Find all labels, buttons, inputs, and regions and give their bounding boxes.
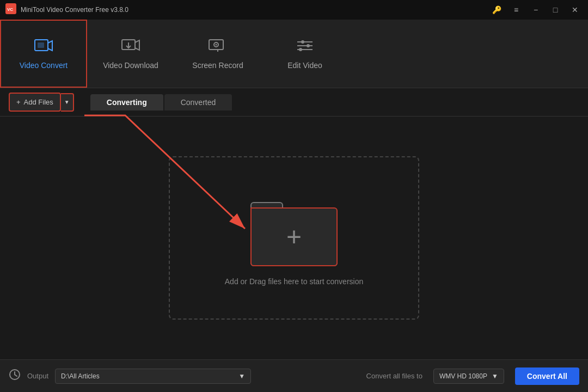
edit-video-icon — [295, 38, 315, 57]
nav-video-convert[interactable]: Video Convert — [0, 20, 87, 88]
svg-line-21 — [15, 375, 17, 376]
nav-screen-record[interactable]: Screen Record — [174, 20, 261, 88]
add-files-label: Add Files — [24, 98, 53, 106]
tab-converted[interactable]: Converted — [164, 94, 232, 111]
main-content: + Add or Drag files here to start conver… — [0, 117, 588, 359]
folder-icon-container: + — [245, 190, 343, 266]
nav-edit-video[interactable]: Edit Video — [261, 20, 348, 88]
minimize-button[interactable]: − — [528, 2, 543, 17]
key-button[interactable]: 🔑 — [489, 2, 504, 17]
key-icon: 🔑 — [492, 5, 501, 14]
add-files-button[interactable]: + Add Files — [9, 93, 61, 112]
menu-icon: ≡ — [514, 5, 518, 14]
tabs-container: Converting Converted — [90, 94, 232, 111]
add-files-plus-icon: + — [16, 98, 21, 106]
file-drop-zone[interactable]: + Add or Drag files here to start conver… — [169, 156, 419, 320]
close-button[interactable]: ✕ — [567, 2, 583, 17]
video-download-icon — [121, 38, 140, 57]
nav-video-download-label: Video Download — [103, 61, 158, 70]
bottombar: Output D:\All Articles ▼ Convert all fil… — [0, 359, 588, 392]
toolbar: + Add Files ▼ Converting Converted — [0, 88, 588, 117]
navbar: Video Convert Video Download Screen Reco… — [0, 20, 588, 88]
menu-button[interactable]: ≡ — [509, 2, 524, 17]
close-icon: ✕ — [572, 5, 578, 14]
format-dropdown-icon: ▼ — [492, 372, 498, 380]
nav-screen-record-label: Screen Record — [192, 61, 243, 70]
convert-all-button[interactable]: Convert All — [515, 367, 579, 385]
screen-record-icon — [208, 38, 228, 57]
app-title: MiniTool Video Converter Free v3.8.0 — [21, 6, 485, 14]
clock-icon — [9, 369, 21, 383]
svg-point-15 — [301, 40, 304, 44]
output-path-selector[interactable]: D:\All Articles ▼ — [55, 369, 251, 384]
dropdown-arrow-icon: ▼ — [64, 99, 70, 105]
output-path-dropdown-icon: ▼ — [238, 372, 245, 380]
maximize-icon: □ — [553, 5, 558, 14]
output-label: Output — [27, 372, 48, 380]
svg-point-16 — [307, 44, 310, 47]
folder-front: + — [250, 207, 338, 266]
format-selector[interactable]: WMV HD 1080P ▼ — [433, 369, 504, 384]
maximize-button[interactable]: □ — [548, 2, 563, 17]
nav-edit-video-label: Edit Video — [287, 61, 322, 70]
titlebar: VC MiniTool Video Converter Free v3.8.0 … — [0, 0, 588, 20]
output-path-text: D:\All Articles — [61, 372, 100, 380]
nav-video-download[interactable]: Video Download — [87, 20, 174, 88]
convert-all-to-label: Convert all files to — [366, 372, 422, 380]
svg-point-11 — [216, 44, 217, 46]
video-convert-icon — [34, 38, 53, 57]
svg-point-17 — [299, 48, 302, 51]
format-label: WMV HD 1080P — [439, 372, 487, 380]
folder-plus-icon: + — [286, 224, 302, 250]
tab-converting[interactable]: Converting — [90, 94, 163, 111]
nav-video-convert-label: Video Convert — [20, 61, 68, 70]
add-files-dropdown-button[interactable]: ▼ — [61, 93, 74, 112]
minimize-icon: − — [534, 5, 538, 14]
drop-zone-text: Add or Drag files here to start conversi… — [225, 277, 363, 286]
svg-rect-3 — [38, 42, 44, 48]
svg-text:VC: VC — [7, 7, 13, 12]
app-logo: VC — [5, 3, 16, 16]
